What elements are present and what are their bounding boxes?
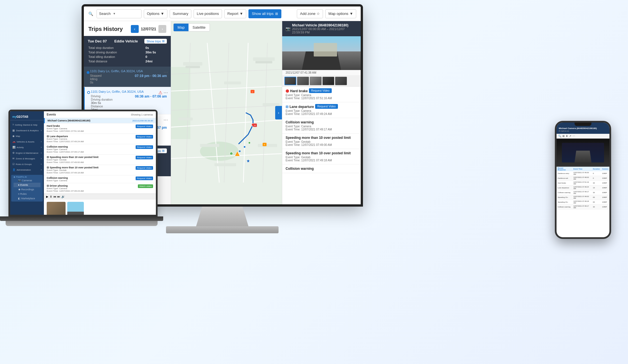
- laptop-req-btn-3[interactable]: Request Video: [136, 145, 153, 149]
- vehicle-camera-info: Michael Vehicle (864839042198180) 2021/1…: [292, 23, 357, 34]
- map-options-button[interactable]: Map options ▼: [325, 9, 356, 18]
- laptop-subnav-recordings[interactable]: ⏺ Recordings: [14, 187, 41, 192]
- map-toggle-button[interactable]: ›: [275, 106, 282, 119]
- phone-camera-view: [557, 139, 609, 167]
- event1-icon: ⬤: [286, 89, 289, 93]
- laptop-watch-btn-7[interactable]: Watch video: [138, 184, 153, 188]
- show-all-trips-button[interactable]: Show all trips ⊞: [248, 9, 281, 18]
- laptop-subnav-marketplace[interactable]: ◧ Marketplace: [14, 196, 41, 201]
- report-button[interactable]: Report ▼: [224, 9, 246, 18]
- event-item-5: Speeding more than 10 over posted limit …: [282, 149, 361, 164]
- search-dropdown-icon[interactable]: ▼: [113, 12, 116, 15]
- add-zone-button[interactable]: Add zone ☆: [297, 9, 323, 18]
- forward-icon[interactable]: ⏭: [57, 195, 60, 198]
- laptop-nav-activity[interactable]: 📊 Activity ›: [10, 144, 44, 150]
- search-box[interactable]: Search ▼: [97, 9, 142, 18]
- volume-icon[interactable]: 🔊: [61, 195, 65, 198]
- phone-col-camera: Camera: [601, 167, 609, 171]
- phone-share-icon[interactable]: ↗: [569, 135, 571, 137]
- laptop-req-btn-5[interactable]: Request Video: [136, 166, 153, 170]
- laptop-req-btn-4[interactable]: Request Video: [136, 156, 153, 159]
- pause-icon[interactable]: ⏸: [50, 195, 52, 198]
- camera-thumb-2[interactable]: [297, 77, 309, 85]
- laptop-event-3: Request Video Collision warning Event Ty…: [44, 144, 156, 155]
- trip2-dur-label: Driving duration: [91, 98, 113, 101]
- laptop-nav-engine[interactable]: ⚙ Engine & Maintenance ›: [10, 150, 44, 156]
- trip2-menu-button[interactable]: ⋯: [163, 90, 168, 95]
- event-item-6: Collision warning: [282, 164, 361, 173]
- phone-table-row: Geofence exit12/07/2021 07:48:00 AM01080…: [557, 176, 609, 181]
- laptop-nav-dashboard[interactable]: ▦ Dashboard & Analytics ›: [10, 128, 44, 133]
- camera-thumb-1[interactable]: [284, 77, 296, 85]
- laptop-nav-help[interactable]: ? Getting Started & Help: [10, 122, 44, 128]
- event-item-4: Speeding more than 10 over posted limit …: [282, 134, 361, 149]
- map-tab-map[interactable]: Map: [174, 24, 189, 31]
- rewind-icon[interactable]: ⏮: [53, 195, 56, 198]
- laptop-event-4: Request Video ⊟ Speeding more than 10 ov…: [44, 155, 156, 165]
- camera-header-icon: 📷: [286, 26, 290, 31]
- event-title-2: ⊟ Lane departure Request Video: [286, 105, 357, 109]
- laptop-nav-map[interactable]: ◉ Map: [10, 133, 44, 139]
- dashboard-icon: ▦: [12, 129, 15, 132]
- phone-menu-icon[interactable]: ⋯: [573, 135, 575, 137]
- laptop-nav-admin[interactable]: 👤 Administration ›: [10, 167, 44, 173]
- laptop-logo: myGEOTAB: [10, 114, 44, 120]
- vehicles-icon: 🚗: [12, 140, 15, 143]
- laptop-nav-vehicles[interactable]: 🚗 Vehicles & Assets ›: [10, 139, 44, 144]
- svg-text:G: G: [231, 153, 232, 155]
- laptop-events-label: Events: [47, 113, 56, 116]
- phone-search-icon[interactable]: 🔍: [558, 135, 561, 137]
- laptop-video-front: Front Camera: [67, 202, 84, 215]
- fleetflo-section: ◈ FleetFlo AI 📷 Cameras ● Events ⏺ Recor…: [11, 175, 43, 202]
- phone-download-icon[interactable]: ⬇: [566, 135, 568, 137]
- laptop-nav-rules[interactable]: ☑ Rules & Groups ›: [10, 161, 44, 167]
- trip3-menu-button[interactable]: ⋯: [163, 117, 168, 123]
- trip1-status-col: Stopped Idling 0s: [90, 74, 102, 84]
- map-area: Map Satellite: [171, 21, 282, 204]
- laptop-subnav-cameras[interactable]: 📷 Cameras: [14, 178, 41, 183]
- phone-events-table: Recent Response Event Time Duration Came…: [557, 167, 609, 209]
- trip1-idle-val: 0s: [90, 81, 102, 84]
- options-button[interactable]: Options ▼: [144, 9, 167, 18]
- camera-thumb-3[interactable]: [310, 77, 322, 85]
- laptop-nav-zones[interactable]: ✉ Zones & Messages ›: [10, 156, 44, 161]
- svg-rect-20: [214, 163, 236, 166]
- play-icon[interactable]: ▶: [46, 195, 48, 198]
- laptop-subnav-events[interactable]: ● Events: [14, 183, 41, 187]
- phone-col-response: Recent Response: [557, 167, 572, 171]
- laptop-req-btn-1[interactable]: Request Video: [136, 125, 153, 128]
- monitor-base: [166, 226, 279, 233]
- laptop-req-btn-2[interactable]: Request Video: [136, 135, 153, 139]
- live-positions-button[interactable]: Live positions: [194, 9, 222, 18]
- toolbar-right: Add zone ☆ Map options ▼: [297, 9, 356, 18]
- show-trips-grid-icon: ⊞: [162, 39, 165, 43]
- camera-thumb-5[interactable]: [335, 77, 347, 85]
- phone-filter-icon[interactable]: ⊞: [562, 135, 565, 137]
- phone-table-row: Speeding 10+12/07/2021 07:49:18 AM601080…: [557, 200, 609, 205]
- phone-toolbar: 🔍 ⊞ ⬇ ↗ ⋯: [557, 134, 609, 139]
- trip1-time-col: 07:19 pm - 06:36 am: [135, 74, 167, 84]
- event-title-5: Speeding more than 10 over posted limit: [286, 151, 357, 155]
- trip1-menu-button[interactable]: ⋯: [163, 69, 168, 75]
- phone-col-time: Event Time: [572, 167, 592, 171]
- trip1-address: 1101 Dairy Ln, Griffin, GA 30224, USA: [90, 69, 167, 73]
- laptop-showing-label: Showing 1 cameras: [131, 113, 153, 116]
- date-prev-button[interactable]: ‹: [131, 25, 139, 33]
- phone-table-row: Lane departure12/07/2021 07:49:24 AM1510…: [557, 186, 609, 190]
- trip1-status: Stopped: [90, 74, 102, 77]
- summary-button[interactable]: Summary: [170, 9, 192, 18]
- date-next-button[interactable]: ›: [158, 25, 166, 33]
- vehicle1-show-trips-button[interactable]: Show trips ⊞: [144, 39, 167, 44]
- map-tab-satellite[interactable]: Satellite: [189, 24, 209, 31]
- trip2-status: Driving: [91, 94, 113, 98]
- vehicle1-date-label: Tue Dec 07: [88, 39, 107, 43]
- svg-rect-13: [183, 62, 203, 65]
- phone-table-row: Hard brake12/07/2021 07:51:16 AM301080P: [557, 181, 609, 186]
- phone-notch: [575, 123, 591, 126]
- laptop-subnav-rules[interactable]: ≡ Rules: [14, 192, 41, 196]
- request-video-btn-1[interactable]: Request Video: [309, 88, 332, 93]
- fleetflo-icon: ◈: [14, 176, 15, 178]
- camera-thumb-4[interactable]: [322, 77, 334, 85]
- request-video-btn-2[interactable]: Request Video: [315, 104, 338, 109]
- laptop-req-btn-6[interactable]: Request Video: [136, 177, 153, 180]
